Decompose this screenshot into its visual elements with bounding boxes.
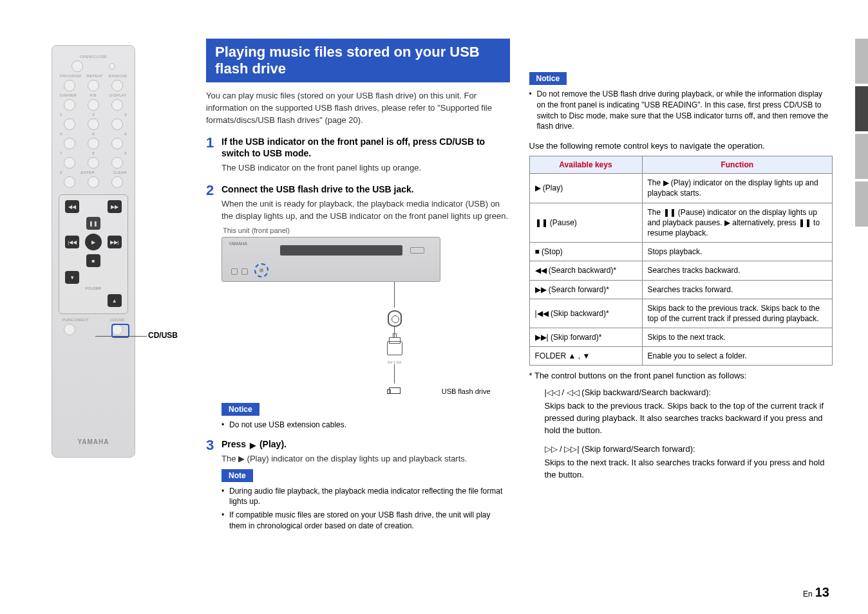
notice-tag: Notice [222,403,259,416]
notice-tag-right: Notice [529,72,567,85]
table-lead: Use the following remote control keys to… [529,141,833,151]
step-2: 2 Connect the USB flash drive to the USB… [206,183,510,433]
flash-drive-icon [389,387,401,394]
side-tabs [855,39,868,229]
brand-logo: YAMAHA [57,438,129,445]
remote-keys-table: Available keys Function ▶ (Play)The ▶ (P… [529,156,833,366]
section-heading: Playing music files stored on your USB f… [206,39,510,82]
note-tag: Note [222,469,253,482]
usb-port-icon [382,340,408,359]
play-icon [249,439,257,449]
table-row: |◀◀ (Skip backward)*Skips back to the pr… [529,299,833,328]
step-3: 3 Press (Play). The ▶ (Play) indicator o… [206,438,510,534]
remote-control-diagram: OPEN/CLOSE PROGRAMREPEATRANDOM DIMMERA/B… [52,45,135,458]
footnote-skip-backward: |◁◁ / ◁◁ (Skip backward/Search backward)… [545,387,833,436]
table-row: ▶▶ (Search forward)*Searches tracks forw… [529,280,833,299]
remote-callout-label: CD/USB [148,331,178,340]
front-panel-diagram: YAMAHA [222,237,440,282]
disc-icon [388,310,402,327]
step-1: 1 If the USB indicator on the front pane… [206,136,510,179]
intro-text: You can play music files (stored on your… [206,90,510,127]
table-row: ❚❚ (Pause)The ❚❚ (Pause) indicator on th… [529,203,833,243]
front-panel-caption: This unit (front panel) [223,227,510,234]
table-row: ■ (Stop)Stops playback. [529,243,833,261]
col-keys: Available keys [529,156,642,174]
footnote: * The control buttons on the front panel… [529,371,833,380]
table-row: ▶▶| (Skip forward)*Skips to the next tra… [529,328,833,347]
table-row: FOLDER ▲ , ▼Enable you to select a folde… [529,347,833,366]
col-function: Function [642,156,833,174]
table-row: ▶ (Play)The ▶ (Play) indicator on the di… [529,174,833,203]
footnote-skip-forward: ▷▷ / ▷▷| (Skip forward/Search forward): … [545,443,833,481]
table-row: ◀◀ (Search backward)*Searches tracks bac… [529,261,833,280]
page-number: En13 [803,585,829,600]
flash-drive-label: USB flash drive [442,387,491,395]
